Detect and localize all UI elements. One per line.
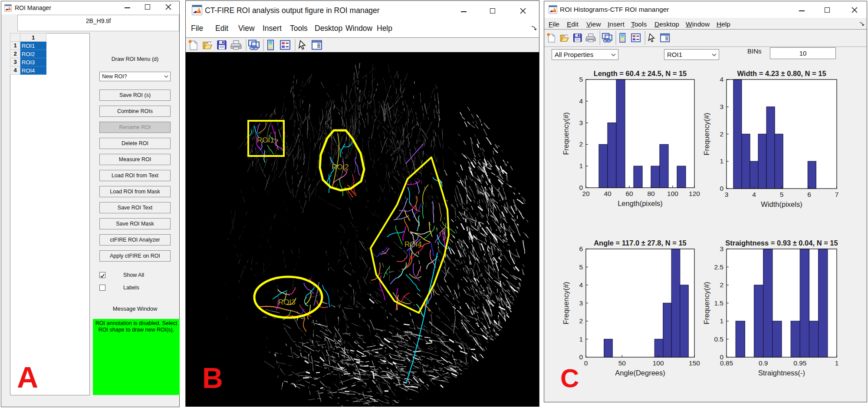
svg-text:120: 120 — [689, 190, 700, 197]
svg-text:0: 0 — [579, 184, 583, 191]
svg-text:0.95: 0.95 — [793, 359, 806, 367]
svg-text:2: 2 — [720, 281, 723, 289]
svg-text:60: 60 — [625, 190, 633, 197]
svg-text:5: 5 — [780, 191, 784, 198]
svg-text:6: 6 — [807, 191, 811, 198]
svg-text:3: 3 — [579, 299, 583, 307]
svg-text:5: 5 — [579, 263, 583, 271]
svg-text:3: 3 — [579, 119, 583, 126]
svg-text:3: 3 — [725, 191, 729, 198]
svg-text:ROI2: ROI2 — [332, 163, 349, 171]
svg-text:80: 80 — [647, 190, 655, 197]
svg-text:50: 50 — [618, 359, 626, 367]
svg-text:C: C — [560, 364, 579, 393]
svg-text:150: 150 — [689, 359, 700, 367]
svg-text:40: 40 — [604, 190, 612, 197]
svg-text:B: B — [202, 362, 223, 394]
svg-text:0: 0 — [720, 185, 723, 192]
svg-text:3: 3 — [720, 245, 723, 252]
svg-text:0: 0 — [584, 359, 588, 367]
svg-text:Width(pixels): Width(pixels) — [761, 200, 802, 208]
svg-text:0: 0 — [579, 353, 583, 361]
svg-text:1: 1 — [720, 157, 723, 165]
svg-text:3: 3 — [720, 103, 723, 110]
svg-text:1: 1 — [835, 359, 839, 367]
svg-text:ROI1: ROI1 — [257, 136, 274, 144]
svg-text:20: 20 — [582, 190, 590, 197]
svg-text:Straightness(-): Straightness(-) — [758, 369, 805, 377]
svg-text:4: 4 — [579, 97, 583, 105]
svg-text:Length = 60.4 ± 24.5, N = 15: Length = 60.4 ± 24.5, N = 15 — [594, 70, 687, 77]
svg-text:Frequency(#): Frequency(#) — [562, 282, 570, 324]
svg-text:4: 4 — [752, 191, 756, 198]
svg-text:2: 2 — [720, 130, 723, 138]
svg-text:2: 2 — [579, 140, 583, 148]
svg-text:1: 1 — [720, 317, 723, 325]
svg-text:Width = 4.23 ± 0.80, N = 15: Width = 4.23 ± 0.80, N = 15 — [737, 70, 826, 77]
svg-text:ROI3: ROI3 — [278, 298, 296, 306]
svg-text:100: 100 — [653, 359, 664, 367]
svg-text:0.9: 0.9 — [759, 359, 768, 367]
svg-text:Length(pixels): Length(pixels) — [618, 199, 663, 207]
svg-text:1: 1 — [579, 335, 583, 343]
svg-text:Angle = 117.0 ± 27.8, N = 15: Angle = 117.0 ± 27.8, N = 15 — [594, 239, 687, 247]
svg-text:6: 6 — [579, 245, 583, 252]
svg-text:2.5: 2.5 — [714, 263, 723, 271]
svg-text:Straightness = 0.93 ± 0.04, N: Straightness = 0.93 ± 0.04, N = 15 — [725, 239, 838, 247]
svg-text:2: 2 — [579, 317, 583, 325]
svg-text:Angle(Degrees): Angle(Degrees) — [615, 369, 665, 377]
svg-text:100: 100 — [667, 190, 678, 197]
svg-text:7: 7 — [835, 191, 839, 198]
svg-text:4: 4 — [579, 281, 583, 289]
svg-text:1.5: 1.5 — [714, 299, 723, 307]
svg-text:4: 4 — [720, 76, 723, 83]
svg-text:Frequency(#): Frequency(#) — [703, 282, 710, 324]
svg-text:Frequency(#): Frequency(#) — [562, 112, 570, 155]
svg-text:1: 1 — [579, 162, 583, 169]
svg-text:5: 5 — [579, 76, 583, 83]
svg-text:Frequency(#): Frequency(#) — [703, 113, 710, 155]
svg-text:0.5: 0.5 — [714, 335, 723, 343]
svg-text:ROI4: ROI4 — [404, 240, 422, 249]
svg-text:0: 0 — [720, 353, 723, 361]
